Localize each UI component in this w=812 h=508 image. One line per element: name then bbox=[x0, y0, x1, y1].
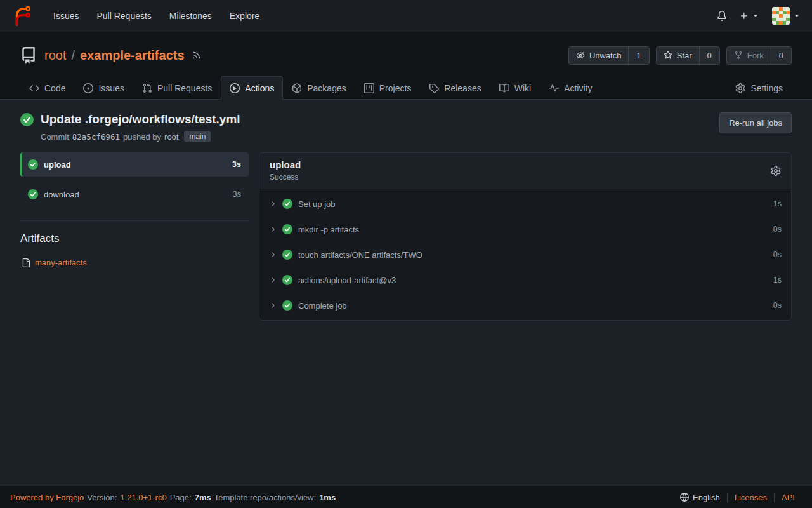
gear-icon bbox=[735, 83, 745, 93]
step-row-touch[interactable]: touch artifacts/ONE artifacts/TWO 0s bbox=[259, 242, 791, 267]
nav-issues[interactable]: Issues bbox=[44, 0, 88, 32]
page-footer: Powered by Forgejo Version: 1.21.0+1-rc0… bbox=[0, 486, 812, 508]
job-log-settings-button[interactable] bbox=[771, 166, 781, 176]
check-circle-icon bbox=[282, 275, 292, 285]
gear-icon bbox=[771, 166, 781, 176]
forks-count[interactable]: 0 bbox=[771, 47, 791, 64]
api-link[interactable]: API bbox=[774, 493, 802, 502]
version-label: Version: bbox=[87, 493, 117, 502]
step-duration: 1s bbox=[773, 199, 782, 208]
step-duration: 0s bbox=[773, 301, 782, 310]
step-row-complete-job[interactable]: Complete job 0s bbox=[259, 293, 791, 318]
job-detail-header: upload Success bbox=[259, 153, 791, 189]
pull-request-icon bbox=[142, 83, 152, 93]
template-time-value: 1ms bbox=[319, 493, 336, 502]
main-nav: Issues Pull Requests Milestones Explore bbox=[44, 0, 268, 32]
repo-title-separator: / bbox=[71, 48, 75, 63]
chevron-right-icon bbox=[269, 276, 277, 284]
pulse-icon bbox=[549, 83, 559, 93]
repo-name-link[interactable]: example-artifacts bbox=[80, 48, 185, 63]
fork-icon bbox=[734, 51, 743, 60]
chevron-right-icon bbox=[269, 225, 277, 233]
page-time-value: 7ms bbox=[195, 493, 211, 502]
footer-info: Powered by Forgejo Version: 1.21.0+1-rc0… bbox=[10, 493, 336, 502]
plus-icon bbox=[740, 11, 749, 20]
tab-actions[interactable]: Actions bbox=[221, 76, 283, 100]
job-detail-status: Success bbox=[270, 173, 301, 182]
step-row-upload-artifact[interactable]: actions/upload-artifact@v3 1s bbox=[259, 267, 791, 293]
branch-badge[interactable]: main bbox=[184, 131, 211, 142]
jobs-sidebar: upload 3s download 3s Artifacts many-art… bbox=[20, 152, 249, 267]
tab-settings[interactable]: Settings bbox=[726, 76, 792, 100]
repo-header-band: root / example-artifacts Unwatch 1 Star … bbox=[0, 32, 812, 100]
run-success-check-icon bbox=[20, 113, 34, 126]
check-circle-icon bbox=[28, 159, 38, 170]
job-detail-name: upload bbox=[270, 159, 301, 170]
nav-pull-requests[interactable]: Pull Requests bbox=[88, 0, 160, 32]
tab-issues[interactable]: Issues bbox=[74, 76, 133, 100]
repo-owner-link[interactable]: root bbox=[44, 48, 66, 63]
step-row-set-up-job[interactable]: Set up job 1s bbox=[259, 191, 791, 217]
check-circle-icon bbox=[28, 189, 38, 199]
star-button[interactable]: Star bbox=[657, 47, 699, 64]
job-name: upload bbox=[44, 160, 71, 170]
sidebar-divider bbox=[20, 220, 249, 221]
language-selector[interactable]: English bbox=[673, 493, 727, 502]
tab-projects[interactable]: Projects bbox=[355, 76, 421, 100]
tab-wiki[interactable]: Wiki bbox=[490, 76, 540, 100]
job-item-download[interactable]: download 3s bbox=[20, 182, 249, 206]
fork-button-group: Fork 0 bbox=[726, 46, 792, 65]
chevron-right-icon bbox=[269, 200, 277, 208]
artifact-name: many-artifacts bbox=[35, 258, 87, 267]
tab-releases[interactable]: Releases bbox=[420, 76, 490, 100]
powered-by-forgejo-link[interactable]: Powered by Forgejo bbox=[10, 493, 84, 502]
version-link[interactable]: 1.21.0+1-rc0 bbox=[120, 493, 166, 502]
unwatch-button[interactable]: Unwatch bbox=[569, 47, 629, 64]
repo-title: root / example-artifacts bbox=[44, 48, 185, 63]
bell-icon bbox=[717, 11, 727, 21]
tab-packages[interactable]: Packages bbox=[283, 76, 355, 100]
rss-feed-button[interactable] bbox=[192, 51, 201, 60]
check-circle-icon bbox=[282, 300, 292, 311]
repo-action-buttons: Unwatch 1 Star 0 Fork 0 bbox=[568, 46, 792, 65]
repo-tab-bar: Code Issues Pull Requests Actions Packag… bbox=[0, 71, 812, 100]
actions-run-view: Update .forgejo/workflows/test.yml Commi… bbox=[0, 100, 812, 486]
notifications-button[interactable] bbox=[717, 11, 727, 21]
step-duration: 1s bbox=[773, 276, 782, 284]
project-icon bbox=[364, 83, 374, 93]
nav-explore[interactable]: Explore bbox=[221, 0, 268, 32]
forgejo-logo[interactable] bbox=[11, 5, 33, 27]
licenses-link[interactable]: Licenses bbox=[727, 493, 774, 502]
package-icon bbox=[292, 83, 302, 93]
user-menu[interactable] bbox=[772, 7, 801, 25]
nav-milestones[interactable]: Milestones bbox=[160, 0, 221, 32]
job-steps-list: Set up job 1s mkdir -p artifacts 0s touc… bbox=[259, 189, 791, 320]
commit-author-link[interactable]: root bbox=[164, 132, 178, 142]
play-circle-icon bbox=[230, 83, 240, 93]
rerun-all-jobs-button[interactable]: Re-run all jobs bbox=[719, 112, 792, 133]
tab-code[interactable]: Code bbox=[20, 76, 74, 100]
page-time-label: Page: bbox=[170, 493, 192, 502]
tab-pull-requests[interactable]: Pull Requests bbox=[133, 76, 221, 100]
watch-button-group: Unwatch 1 bbox=[568, 46, 650, 65]
pushed-by-label: pushed by bbox=[123, 132, 161, 142]
forgejo-logo-icon bbox=[11, 5, 33, 27]
check-circle-icon bbox=[282, 199, 292, 209]
artifact-link-many-artifacts[interactable]: many-artifacts bbox=[20, 258, 249, 267]
commit-sha-link[interactable]: 82a5cf6961 bbox=[72, 132, 120, 142]
create-new-menu[interactable] bbox=[740, 11, 759, 20]
watchers-count[interactable]: 1 bbox=[628, 47, 648, 64]
stars-count[interactable]: 0 bbox=[699, 47, 719, 64]
globe-icon bbox=[680, 493, 689, 502]
step-row-mkdir[interactable]: mkdir -p artifacts 0s bbox=[259, 217, 791, 242]
artifacts-heading: Artifacts bbox=[20, 232, 249, 245]
tag-icon bbox=[429, 83, 439, 93]
fork-button[interactable]: Fork bbox=[727, 47, 771, 64]
template-time-label: Template repo/actions/view: bbox=[214, 493, 316, 502]
job-name: download bbox=[44, 190, 79, 199]
rss-icon bbox=[192, 51, 201, 60]
chevron-right-icon bbox=[269, 302, 277, 309]
tab-activity[interactable]: Activity bbox=[540, 76, 601, 100]
step-duration: 0s bbox=[773, 250, 782, 259]
job-item-upload[interactable]: upload 3s bbox=[20, 152, 249, 177]
